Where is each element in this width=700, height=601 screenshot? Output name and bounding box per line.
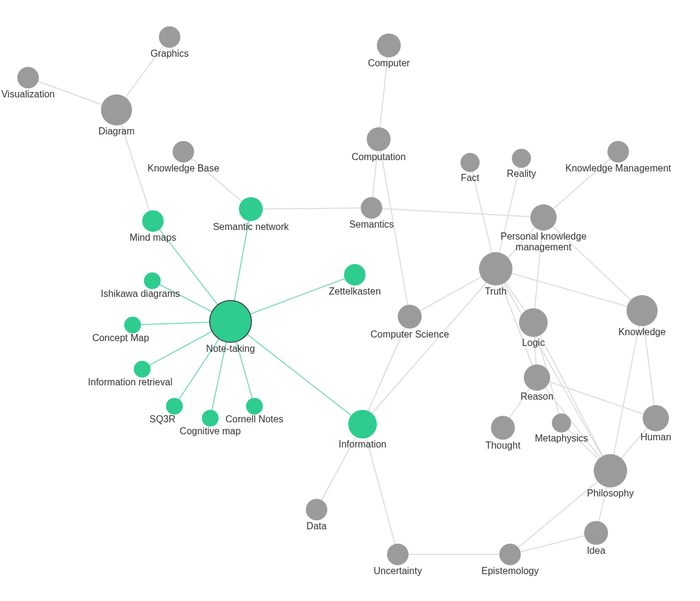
edge-reason-philosophy [537,378,610,471]
graph-node-idea[interactable]: Idea [584,521,608,556]
graph-node-concept_map[interactable]: Concept Map [92,317,149,343]
edge-reality-truth [496,158,521,269]
edge-knowledge-philosophy [610,311,642,471]
edge-computer-computation [379,45,389,139]
graph-node-circle[interactable] [524,364,550,391]
graph-node-label: Knowledge Management [565,163,671,173]
graph-node-circle[interactable] [159,26,180,48]
graph-node-label: Zettelkasten [328,286,380,296]
graph-node-circle[interactable] [398,305,422,329]
graph-node-label: Fact [460,173,480,183]
graph-node-zettelkasten[interactable]: Zettelkasten [328,264,380,296]
edge-knowledge-human [642,311,656,418]
graph-node-circle[interactable] [17,67,39,88]
graph-node-circle[interactable] [239,197,263,221]
graph-node-computer[interactable]: Computer [368,33,410,68]
graph-node-circle[interactable] [101,94,132,125]
graph-node-circle[interactable] [594,454,627,487]
graph-node-mind_maps[interactable]: Mind maps [130,210,176,243]
edge-knowledge_mgmt-pkm [544,152,618,217]
graph-node-reason[interactable]: Reason [520,364,553,401]
edge-truth-philosophy [496,269,610,471]
graph-node-label: Philosophy [587,488,634,498]
edge-knowledge_base-semantic_network [183,152,251,209]
graph-node-diagram[interactable]: Diagram [99,94,134,136]
graph-node-circle[interactable] [552,413,571,433]
graph-node-circle[interactable] [460,153,480,172]
graph-node-circle[interactable] [173,141,194,162]
graph-node-circle[interactable] [361,197,382,219]
graph-node-circle[interactable] [377,33,401,57]
graph-node-cornell_notes[interactable]: Cornell Notes [226,398,284,424]
graph-node-label: Thought [486,440,521,450]
graph-node-circle[interactable] [491,416,515,440]
graph-node-circle[interactable] [166,398,183,415]
graph-node-circle[interactable] [519,308,548,337]
graph-node-circle[interactable] [643,405,669,431]
edge-computer_science-information [363,317,410,424]
graph-node-label: Epistemology [481,566,539,576]
graph-node-label: SQ3R [149,414,176,424]
graph-node-pkm[interactable]: Personal knowledgemanagement [501,204,587,252]
graph-node-cognitive_map[interactable]: Cognitive map [180,410,241,436]
graph-node-circle[interactable] [512,149,531,168]
graph-node-circle[interactable] [348,410,377,439]
graph-node-human[interactable]: Human [640,405,671,442]
graph-node-note_taking[interactable]: Note-taking [206,300,255,354]
graph-node-semantics[interactable]: Semantics [349,197,394,229]
graph-node-circle[interactable] [142,210,164,232]
graph-node-data[interactable]: Data [306,499,327,531]
graph-node-information[interactable]: Information [339,410,386,449]
graph-node-reality[interactable]: Reality [507,149,536,179]
edge-information-data [317,424,363,510]
edge-information-uncertainty [363,424,398,554]
graph-node-circle[interactable] [246,398,263,415]
graph-node-label: Concept Map [92,333,149,343]
graph-node-circle[interactable] [530,204,557,231]
graph-node-visualization[interactable]: Visualization [1,67,55,99]
graph-node-label: Personal knowledgemanagement [501,231,587,252]
graph-node-circle[interactable] [210,300,251,342]
graph-node-computer_science[interactable]: Computer Science [370,305,449,339]
graph-node-label: Computer [368,58,410,68]
graph-node-label: Note-taking [206,344,255,354]
graph-node-computation[interactable]: Computation [352,127,406,162]
graph-node-graphics[interactable]: Graphics [151,26,189,59]
graph-node-circle[interactable] [387,544,409,565]
graph-node-label: Information [339,439,386,449]
graph-node-knowledge_base[interactable]: Knowledge Base [148,141,219,173]
edge-pkm-logic [533,217,544,323]
graph-node-circle[interactable] [479,252,512,286]
graph-node-circle[interactable] [202,410,219,427]
graph-node-circle[interactable] [499,544,521,565]
knowledge-graph[interactable]: GraphicsVisualizationDiagramComputerComp… [0,0,700,601]
graph-node-circle[interactable] [607,141,629,162]
graph-node-sq3r[interactable]: SQ3R [149,398,183,424]
graph-node-circle[interactable] [306,499,327,520]
graph-node-circle[interactable] [627,295,658,326]
graph-node-semantic_network[interactable]: Semantic network [213,197,289,232]
graph-node-circle[interactable] [344,264,366,286]
graph-node-knowledge[interactable]: Knowledge [618,295,665,337]
graph-node-circle[interactable] [367,127,391,151]
graph-node-fact[interactable]: Fact [460,153,480,183]
graph-node-label: Cognitive map [180,426,241,436]
graph-node-uncertainty[interactable]: Uncertainty [374,544,422,576]
graph-node-circle[interactable] [124,317,141,333]
graph-node-circle[interactable] [144,272,161,289]
edge-pkm-information [363,217,544,424]
graph-node-circle[interactable] [134,361,151,378]
graph-node-ishikawa[interactable]: Ishikawa diagrams [101,272,180,299]
graph-node-epistemology[interactable]: Epistemology [481,544,539,576]
edge-logic-philosophy [533,323,610,471]
graph-node-thought[interactable]: Thought [486,416,521,450]
graph-node-info_retrieval[interactable]: Information retrieval [88,361,172,387]
graph-node-circle[interactable] [584,521,608,545]
graph-node-label: Visualization [1,89,55,99]
graph-node-label: Semantic network [213,222,289,232]
graph-node-label: Diagram [99,126,134,136]
graph-node-philosophy[interactable]: Philosophy [587,454,634,498]
edge-diagram-mind_maps [116,110,153,221]
graph-node-knowledge_mgmt[interactable]: Knowledge Management [565,141,671,173]
graph-node-label: Knowledge [618,327,665,337]
